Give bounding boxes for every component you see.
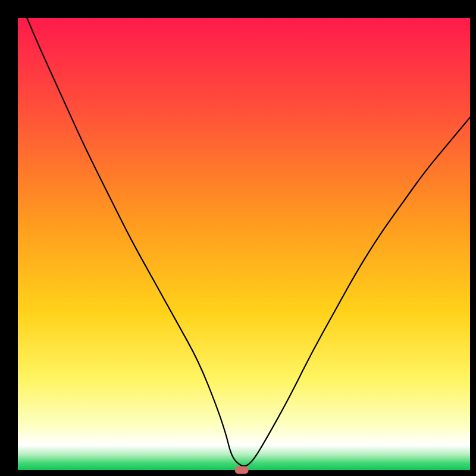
plot-area	[18, 18, 470, 470]
bottleneck-chart	[0, 0, 476, 476]
target-marker	[235, 466, 249, 474]
chart-frame: TheBottleneck.com	[0, 0, 476, 476]
